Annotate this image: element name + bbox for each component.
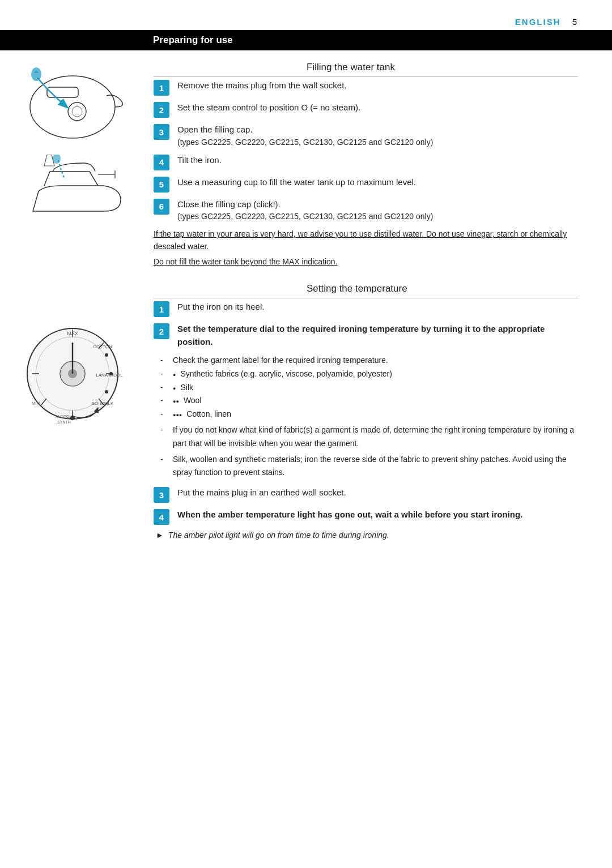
temp-step-4: 4 When the amber temperature light has g… [154, 508, 578, 525]
filling-step-1: 1 Remove the mains plug from the wall so… [154, 79, 578, 96]
temp-step-text-4: When the amber temperature light has gon… [177, 508, 522, 521]
iron-top-image [16, 62, 129, 147]
svg-point-26 [105, 390, 108, 394]
svg-text:COTTON: COTTON [93, 344, 112, 349]
svg-point-3 [72, 106, 82, 117]
dot-2: ●● [173, 397, 179, 406]
temperature-subsection-title: Setting the temperature [154, 277, 578, 298]
list-item: - Silk, woollen and synthetic materials;… [154, 453, 578, 480]
temp-step-text-2: Set the temperature dial to the required… [177, 323, 578, 348]
list-item: - ●● Wool [154, 394, 578, 408]
filling-steps: Filling the water tank 1 Remove the main… [144, 56, 612, 271]
temperature-images: MAX COTTON LANA/WOOL SOIE/SILK ALCOOL/ S… [0, 277, 144, 540]
step-number-3: 3 [154, 124, 169, 140]
temperature-steps: Setting the temperature 1 Put the iron o… [144, 277, 612, 540]
arrow-icon: ► [156, 531, 164, 540]
temp-step-number-3: 3 [154, 487, 169, 503]
svg-point-2 [68, 102, 86, 121]
temp-step-1: 1 Put the iron on its heel. [154, 301, 578, 317]
list-item: - If you do not know what kind of fabric… [154, 424, 578, 451]
list-item: - ● Silk [154, 381, 578, 395]
list-item: - ● Synthetic fabrics (e.g. acrylic, vis… [154, 367, 578, 381]
step-text-2: Set the steam control to position O (= n… [177, 101, 360, 114]
temperature-dial-image: MAX COTTON LANA/WOOL SOIE/SILK ALCOOL/ S… [19, 317, 126, 425]
temp-step-2: 2 Set the temperature dial to the requir… [154, 323, 578, 348]
section-title: Preparing for use [153, 35, 233, 45]
svg-point-0 [30, 76, 115, 138]
svg-point-4 [31, 67, 41, 81]
temp-step-number-2: 2 [154, 323, 169, 339]
temp-step-text-3: Put the mains plug in an earthed wall so… [177, 486, 346, 499]
advisory-1: If the tap water in your area is very ha… [154, 228, 578, 253]
language-label: ENGLISH [515, 17, 561, 27]
svg-point-30 [70, 416, 75, 420]
step-number-1: 1 [154, 80, 169, 96]
step-number-4: 4 [154, 155, 169, 170]
page-number: 5 [572, 17, 578, 27]
filling-step-4: 4 Tilt the iron. [154, 154, 578, 170]
temp-step-number-1: 1 [154, 301, 169, 317]
temp-step-number-4: 4 [154, 509, 169, 525]
step-text-4: Tilt the iron. [177, 154, 222, 167]
header: ENGLISH 5 [0, 17, 612, 30]
fabric-bullet-list: - Check the garment label for the requir… [154, 354, 578, 480]
list-item: - Check the garment label for the requir… [154, 354, 578, 367]
step-text-5: Use a measuring cup to fill the water ta… [177, 176, 416, 189]
filling-section: Filling the water tank 1 Remove the main… [0, 56, 612, 271]
filling-step-3: 3 Open the filling cap. (types GC2225, G… [154, 123, 578, 148]
svg-point-24 [105, 353, 108, 357]
page: ENGLISH 5 Preparing for use [0, 0, 612, 868]
svg-text:ALCOOL/: ALCOOL/ [55, 414, 72, 418]
filling-step-2: 2 Set the steam control to position O (=… [154, 101, 578, 118]
temp-step-text-1: Put the iron on its heel. [177, 301, 264, 314]
step-number-6: 6 [154, 199, 169, 215]
italic-note: ► The amber pilot light will go on from … [154, 531, 578, 540]
filling-subsection-title: Filling the water tank [154, 56, 578, 77]
svg-point-25 [109, 372, 113, 375]
filling-step-5: 5 Use a measuring cup to fill the water … [154, 176, 578, 193]
dot-1: ● [173, 371, 176, 379]
iron-side-image [16, 155, 129, 240]
temperature-section: MAX COTTON LANA/WOOL SOIE/SILK ALCOOL/ S… [0, 277, 612, 540]
step-number-5: 5 [154, 177, 169, 193]
filling-step-6: 6 Close the filling cap (click!). (types… [154, 198, 578, 223]
list-item: - ●●● Cotton, linen [154, 408, 578, 421]
temp-step-3: 3 Put the mains plug in an earthed wall … [154, 486, 578, 503]
advisory-2: Do not fill the water tank beyond the MA… [154, 256, 578, 268]
step-text-3: Open the filling cap. (types GC2225, GC2… [177, 123, 433, 148]
svg-text:SYNTH: SYNTH [57, 420, 71, 424]
dot-3: ●●● [173, 411, 182, 420]
filling-images [0, 56, 144, 271]
svg-text:MIN: MIN [31, 401, 40, 406]
dot-1b: ● [173, 384, 176, 393]
step-text-1: Remove the mains plug from the wall sock… [177, 79, 346, 92]
step-number-2: 2 [154, 102, 169, 118]
section-title-bar: Preparing for use [0, 30, 612, 50]
step-text-6: Close the filling cap (click!). (types G… [177, 198, 433, 223]
